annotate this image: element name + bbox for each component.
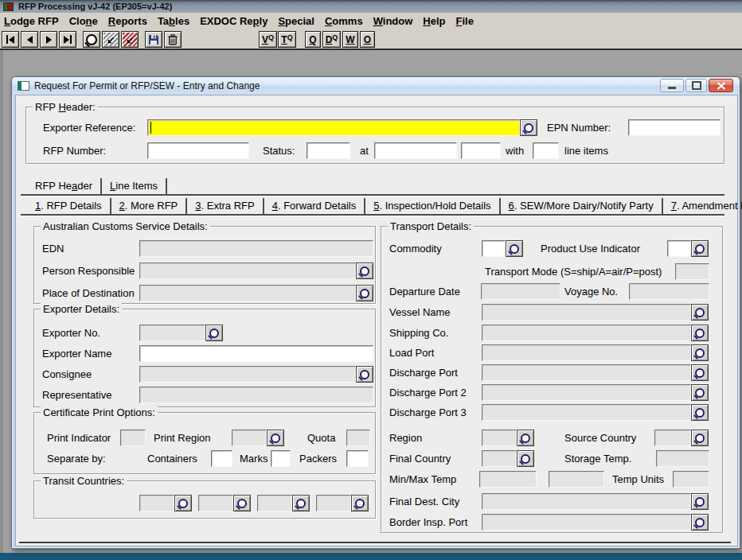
- shipping-co-lookup-button[interactable]: [691, 325, 709, 341]
- tab-2-more-rfp[interactable]: 2. More RFP: [111, 198, 188, 214]
- border-insp-port-label: Border Insp. Port: [389, 516, 467, 529]
- packers-input[interactable]: [346, 450, 369, 467]
- hatch-gray-button[interactable]: ↙: [102, 31, 119, 48]
- tab-rfp-header[interactable]: RFP Header: [27, 178, 102, 194]
- o-button[interactable]: O: [360, 31, 375, 48]
- menu-tables[interactable]: Tables: [158, 15, 189, 27]
- nav-last-button[interactable]: [59, 31, 76, 48]
- exporter-reference-lookup-button[interactable]: [520, 119, 537, 136]
- tab-5-inspection-hold-details[interactable]: 5. Inspection/Hold Details: [365, 198, 500, 214]
- top-tab-bar: RFP Header Line Items: [27, 178, 167, 194]
- status-date-input[interactable]: [461, 142, 501, 159]
- magnifier-icon: [510, 244, 519, 254]
- place-of-destination-lookup-button[interactable]: [356, 285, 373, 301]
- load-port-lookup-button[interactable]: [691, 344, 709, 361]
- nav-next-button[interactable]: [40, 31, 57, 48]
- dialog-titlebar[interactable]: Request For Permit or RFP/SEW - Entry an…: [12, 77, 740, 95]
- transit-country-1-lookup-button[interactable]: [174, 495, 192, 511]
- exporter-reference-input[interactable]: [147, 119, 520, 136]
- w-button[interactable]: W: [342, 31, 358, 48]
- rfp-number-input[interactable]: [147, 142, 249, 159]
- transit-country-2-field: [198, 495, 233, 511]
- discharge-port-2-lookup-button[interactable]: [691, 384, 709, 401]
- person-responsible-label: Person Responsible: [42, 265, 135, 278]
- menu-file[interactable]: File: [456, 15, 474, 27]
- transit-country-3-lookup-button[interactable]: [292, 495, 310, 511]
- discharge-port-lookup-button[interactable]: [691, 364, 709, 381]
- edn-label: EDN: [42, 243, 64, 255]
- magnifier-icon: [695, 329, 705, 338]
- nav-previous-button[interactable]: [21, 31, 38, 48]
- tab-4-forward-details[interactable]: 4. Forward Details: [264, 198, 365, 214]
- epn-number-label: EPN Number:: [547, 122, 611, 134]
- final-country-lookup-button[interactable]: [517, 450, 534, 467]
- exporter-no-lookup-button[interactable]: [205, 325, 223, 341]
- save-button[interactable]: [145, 31, 162, 48]
- discharge-port-3-lookup-button[interactable]: [691, 404, 709, 421]
- text-caret: [150, 122, 151, 134]
- menu-special[interactable]: Special: [278, 15, 314, 27]
- minimize-button[interactable]: [660, 79, 684, 92]
- delete-button[interactable]: [164, 31, 182, 48]
- vq-button[interactable]: VQ: [259, 31, 277, 48]
- commodity-input[interactable]: [482, 240, 506, 257]
- tab-line-items[interactable]: Line Items: [102, 178, 167, 194]
- search-button[interactable]: [83, 31, 100, 48]
- bottom-strip: [0, 553, 742, 560]
- transit-country-2-lookup-button[interactable]: [233, 495, 251, 511]
- customs-group-legend: Australian Customs Service Details:: [41, 220, 210, 232]
- rfp-header-group-legend: RFP Header:: [33, 101, 98, 113]
- person-responsible-lookup-button[interactable]: [356, 262, 373, 279]
- left-triangle-icon: [27, 36, 33, 44]
- epn-number-input[interactable]: [628, 119, 721, 136]
- menu-help[interactable]: Help: [423, 15, 445, 27]
- source-country-lookup-button[interactable]: [691, 430, 709, 446]
- close-button[interactable]: [709, 79, 733, 92]
- status-input[interactable]: [307, 142, 350, 159]
- exporter-name-input[interactable]: [139, 345, 373, 362]
- trash-icon: [168, 34, 178, 45]
- final-dest-city-lookup-button[interactable]: [691, 493, 709, 510]
- product-use-indicator-input[interactable]: [667, 240, 691, 257]
- region-lookup-button[interactable]: [517, 430, 534, 446]
- vessel-name-lookup-button[interactable]: [691, 304, 709, 321]
- tab-1-rfp-details[interactable]: 1. RFP Details: [27, 198, 111, 214]
- print-region-lookup-button[interactable]: [267, 430, 284, 446]
- departure-date-field: [481, 283, 560, 300]
- hatch-red-button[interactable]: ↙: [121, 31, 139, 48]
- left-triangle-icon: [9, 36, 14, 44]
- dq-button[interactable]: DQ: [322, 31, 341, 48]
- magnifier-icon: [695, 348, 705, 358]
- line-items-count-input[interactable]: [533, 142, 559, 159]
- magnifier-icon: [86, 34, 97, 45]
- tq-button[interactable]: TQ: [278, 31, 296, 48]
- discharge-port-3-label: Discharge Port 3: [389, 406, 467, 419]
- menu-exdoc-reply[interactable]: EXDOC Reply: [200, 15, 268, 27]
- menu-comms[interactable]: Comms: [325, 15, 363, 27]
- border-insp-port-lookup-button[interactable]: [691, 514, 709, 531]
- border-insp-port-field: [482, 514, 691, 531]
- tab-7-amendment-info[interactable]: 7. Amendment Info: [663, 198, 742, 214]
- consignee-lookup-button[interactable]: [356, 366, 373, 383]
- tab-6-sew-more-dairy-notify-party[interactable]: 6. SEW/More Dairy/Notify Party: [501, 198, 663, 214]
- maximize-button[interactable]: [685, 79, 707, 92]
- marks-input[interactable]: [271, 450, 291, 467]
- nav-first-button[interactable]: [2, 31, 19, 48]
- menu-clone[interactable]: Clone: [69, 15, 98, 27]
- down-left-arrow-icon: ↙: [126, 35, 134, 45]
- magnifier-icon: [271, 434, 280, 443]
- floppy-disk-icon: [148, 34, 159, 45]
- down-left-arrow-icon: ↙: [107, 35, 115, 45]
- edn-field: [139, 240, 373, 257]
- product-use-indicator-lookup-button[interactable]: [691, 240, 709, 257]
- q-button[interactable]: Q: [305, 31, 321, 48]
- transit-country-4-lookup-button[interactable]: [351, 495, 369, 511]
- tab-3-extra-rfp[interactable]: 3. Extra RFP: [187, 198, 264, 214]
- commodity-lookup-button[interactable]: [506, 240, 523, 257]
- menu-reports[interactable]: Reports: [108, 15, 147, 27]
- status-at-location-input[interactable]: [374, 142, 457, 159]
- containers-input[interactable]: [211, 450, 232, 467]
- menu-lodge-rfp[interactable]: Lodge RFP: [4, 15, 59, 27]
- menu-window[interactable]: Window: [373, 15, 413, 27]
- menubar: Lodge RFP Clone Reports Tables EXDOC Rep…: [0, 13, 742, 29]
